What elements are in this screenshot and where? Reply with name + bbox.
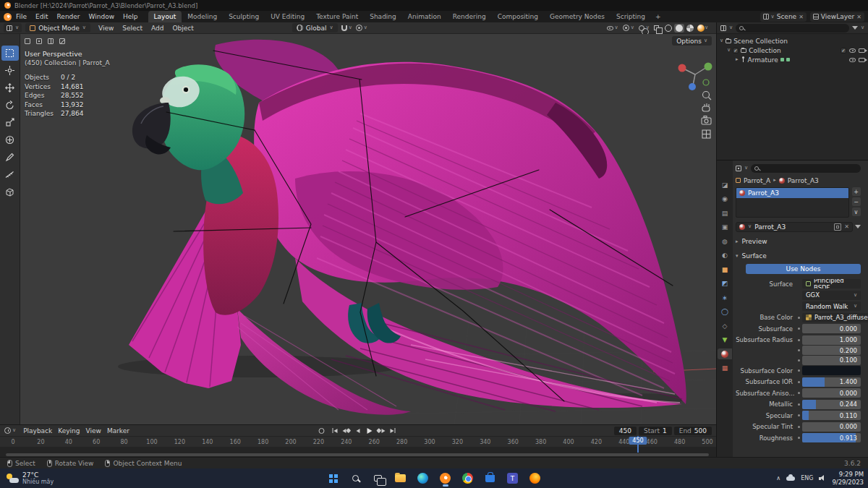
show-object-types-dropdown[interactable]: ∨ <box>607 25 618 30</box>
taskbar-clock[interactable]: 9:29 PM 9/29/2023 <box>832 471 864 485</box>
gizmo-x-axis[interactable] <box>678 64 686 72</box>
use-nodes-button[interactable]: Use Nodes <box>746 264 861 274</box>
prop-slider-subsurface-aniso[interactable]: 0.000 <box>802 388 861 398</box>
menu-render[interactable]: Render <box>53 12 85 21</box>
prop-slider-specular-tint[interactable]: 0.000 <box>802 422 861 432</box>
animate-property-dot[interactable] <box>798 392 800 394</box>
exclude-checkbox[interactable] <box>841 48 846 53</box>
editor-type-button[interactable]: ∨ <box>4 23 22 33</box>
move-view-icon[interactable] <box>702 103 710 111</box>
surface-section-header[interactable]: ▾ Surface <box>736 251 861 261</box>
prop-slider-roughness[interactable]: 0.913 <box>802 433 861 442</box>
unlink-material-icon[interactable]: ✕ <box>844 224 849 230</box>
jump-to-end-button[interactable] <box>388 427 398 435</box>
animate-property-dot[interactable] <box>798 305 800 307</box>
viewport-canvas[interactable] <box>20 34 716 424</box>
tab-constraints[interactable]: ◇ <box>718 320 732 331</box>
timeline-menu-marker[interactable]: Marker <box>105 427 132 435</box>
collection-checkbox[interactable] <box>733 48 739 53</box>
proportional-edit-toggle[interactable]: ∨ <box>356 25 367 31</box>
outliner-row-scene-collection[interactable]: ∨ Scene Collection <box>717 36 868 46</box>
hide-eye-icon[interactable] <box>849 48 856 53</box>
prop-slider-specular[interactable]: 0.110 <box>802 411 861 420</box>
language-indicator[interactable]: ENG <box>801 475 813 481</box>
workspace-tab-animation[interactable]: Animation <box>402 11 447 22</box>
unlink-viewlayer-icon[interactable]: ✕ <box>856 14 861 20</box>
viewport-mini-icon-1[interactable] <box>22 36 32 46</box>
tab-physics[interactable]: ◯ <box>718 307 732 317</box>
tab-modifiers[interactable]: ◩ <box>718 278 732 289</box>
animate-property-dot[interactable] <box>798 294 800 296</box>
timeline-menu-playback[interactable]: Playback <box>21 427 54 435</box>
volume-icon[interactable] <box>819 475 826 481</box>
camera-view-icon[interactable] <box>702 116 711 125</box>
select-box-tool[interactable] <box>1 46 19 61</box>
workspace-tab-compositing[interactable]: Compositing <box>492 11 544 22</box>
playhead-frame-badge[interactable]: 450 <box>629 437 647 445</box>
start-button[interactable] <box>326 471 341 487</box>
animate-property-dot[interactable] <box>798 339 800 341</box>
tab-view-layer[interactable]: ▣ <box>718 222 732 233</box>
frame-end-field[interactable]: End500 <box>674 427 712 435</box>
parrot-model[interactable] <box>129 40 686 415</box>
prop-slider-metallic[interactable]: 0.244 <box>802 400 861 409</box>
transform-tool[interactable] <box>1 132 19 147</box>
add-workspace-button[interactable]: + <box>651 12 665 21</box>
show-overlays-toggle[interactable]: ∨ <box>639 25 650 31</box>
gizmo-neg-axis[interactable] <box>703 80 709 85</box>
workspace-tab-texture-paint[interactable]: Texture Paint <box>310 11 364 22</box>
xray-toggle[interactable] <box>654 25 659 30</box>
properties-search-input[interactable] <box>751 164 861 173</box>
prop-dropdown-ggx[interactable]: GGX∨ <box>802 291 861 300</box>
prop-texture-base-color[interactable]: Parrot_A3_diffuseOrigi... <box>802 313 868 322</box>
animate-property-dot[interactable] <box>798 414 800 416</box>
onedrive-cloud-icon[interactable] <box>786 476 795 481</box>
disable-render-icon[interactable] <box>859 58 865 62</box>
viewlayer-selector[interactable]: ViewLayer ✕ <box>810 12 864 22</box>
play-button[interactable] <box>365 427 375 435</box>
prop-slider-subsurface-radius[interactable]: 1.000 <box>802 335 861 345</box>
preview-section-header[interactable]: ▸ Preview <box>736 236 861 247</box>
breadcrumb-material[interactable]: Parrot_A3 <box>788 177 819 184</box>
timeline-ruler[interactable]: 0204060801001201401601802002202402602803… <box>0 436 716 447</box>
tray-expand-icon[interactable]: ∧ <box>776 475 780 481</box>
file-explorer-button[interactable] <box>393 471 409 487</box>
next-keyframe-button[interactable] <box>377 427 386 435</box>
viewport-mini-icon-2[interactable] <box>34 36 43 46</box>
animate-property-dot[interactable] <box>798 381 800 383</box>
shading-wireframe-button[interactable] <box>663 24 673 33</box>
outliner-row-armature[interactable]: ▸ Armature <box>717 55 868 64</box>
add-cube-tool[interactable] <box>1 184 19 200</box>
prop-slider-0-200[interactable]: 0.200 <box>802 346 861 355</box>
shading-rendered-button[interactable]: ∨ <box>696 24 710 33</box>
disable-render-icon[interactable] <box>859 48 865 53</box>
snap-toggle[interactable]: ∨ <box>341 25 352 31</box>
animate-property-dot[interactable] <box>798 317 800 319</box>
task-view-button[interactable] <box>370 471 386 487</box>
viewport-menu-object[interactable]: Object <box>169 24 198 33</box>
prop-slider-subsurface[interactable]: 0.000 <box>802 324 861 333</box>
timeline-scrollbar[interactable] <box>6 453 709 456</box>
current-frame-field[interactable]: 450 <box>614 427 637 435</box>
timeline-track[interactable] <box>0 447 716 457</box>
tab-texture[interactable]: ▦ <box>718 363 732 374</box>
measure-tool[interactable] <box>1 167 19 182</box>
mode-dropdown[interactable]: Object Mode ∨ <box>25 23 90 33</box>
zoom-icon[interactable] <box>703 92 712 100</box>
fake-user-icon[interactable] <box>834 223 841 231</box>
chrome-button[interactable] <box>460 471 476 487</box>
menu-window[interactable]: Window <box>85 12 119 21</box>
workspace-tab-shading[interactable]: Shading <box>364 11 402 22</box>
tab-object[interactable]: ■ <box>718 264 732 275</box>
material-slot-active[interactable]: Parrot_A3 <box>736 188 848 198</box>
rotate-tool[interactable] <box>1 98 19 113</box>
tab-output[interactable]: ▤ <box>718 207 732 218</box>
tab-scene[interactable]: ◍ <box>718 236 732 247</box>
workspace-tab-rendering[interactable]: Rendering <box>447 11 492 22</box>
move-tool[interactable] <box>1 80 19 95</box>
scale-tool[interactable] <box>1 115 19 130</box>
viewport-menu-view[interactable]: View <box>94 24 118 33</box>
menu-file[interactable]: File <box>12 12 31 21</box>
taskbar-search-button[interactable] <box>348 471 364 487</box>
weather-widget[interactable]: 27°C Nhiều mây <box>6 471 54 486</box>
